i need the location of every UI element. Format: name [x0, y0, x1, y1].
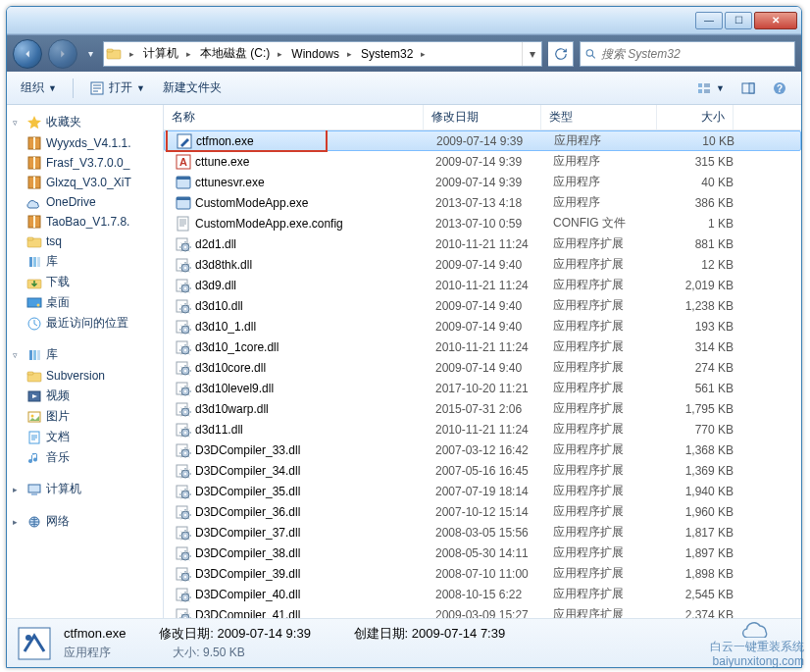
file-row[interactable]: d3d8thk.dll 2009-07-14 9:40 应用程序扩展 12 KB — [164, 254, 801, 275]
svg-rect-8 — [749, 83, 754, 93]
window-titlebar: — ☐ ✕ — [7, 7, 801, 34]
view-button[interactable]: ▼ — [690, 78, 731, 99]
nav-item[interactable]: 文档 — [9, 427, 161, 447]
file-list[interactable]: ctfmon.exe 2009-07-14 9:39 应用程序 10 KB ct… — [164, 130, 801, 618]
close-button[interactable]: ✕ — [754, 12, 797, 29]
nav-group-header[interactable]: ▿收藏夹 — [9, 111, 161, 133]
file-row[interactable]: D3DCompiler_40.dll 2008-10-15 6:22 应用程序扩… — [164, 584, 801, 604]
open-icon — [89, 80, 105, 96]
search-box[interactable] — [580, 41, 795, 67]
breadcrumb-system32[interactable]: System32 — [356, 42, 417, 66]
file-row[interactable]: D3DCompiler_35.dll 2007-07-19 18:14 应用程序… — [164, 481, 801, 501]
nav-item[interactable]: 音乐 — [9, 447, 161, 468]
nav-group-header[interactable]: ▿库 — [9, 343, 161, 366]
address-bar: ▾ ▸ 计算机 ▸ 本地磁盘 (C:) ▸ Windows ▸ System32… — [7, 34, 801, 72]
nav-item[interactable]: 下载 — [9, 272, 161, 292]
svg-point-12 — [25, 635, 31, 641]
nav-item[interactable]: TaoBao_V1.7.8. — [9, 212, 161, 232]
file-row[interactable]: cttunesvr.exe 2009-07-14 9:39 应用程序 40 KB — [164, 172, 801, 192]
file-row[interactable]: ctfmon.exe 2009-07-14 9:39 应用程序 10 KB — [164, 130, 801, 151]
svg-line-3 — [592, 55, 595, 58]
file-row[interactable]: cttune.exe 2009-07-14 9:39 应用程序 315 KB — [164, 151, 801, 172]
col-type[interactable]: 类型 — [541, 105, 657, 129]
file-row[interactable]: d3d10core.dll 2009-07-14 9:40 应用程序扩展 274… — [164, 357, 801, 378]
col-size[interactable]: 大小 — [657, 105, 734, 129]
organize-button[interactable]: 组织 ▼ — [15, 77, 63, 99]
navhistory-dropdown[interactable]: ▾ — [83, 48, 97, 59]
details-pane: ctfmon.exe 修改日期: 2009-07-14 9:39 创建日期: 2… — [7, 618, 801, 667]
nav-item[interactable]: 最近访问的位置 — [9, 313, 161, 334]
file-row[interactable]: D3DCompiler_33.dll 2007-03-12 16:42 应用程序… — [164, 439, 801, 460]
file-row[interactable]: d3d10warp.dll 2015-07-31 2:06 应用程序扩展 1,7… — [164, 398, 801, 419]
details-filename: ctfmon.exe — [64, 626, 127, 641]
breadcrumb[interactable]: ▸ 计算机 ▸ 本地磁盘 (C:) ▸ Windows ▸ System32 ▸… — [103, 41, 542, 67]
file-row[interactable]: D3DCompiler_39.dll 2008-07-10 11:00 应用程序… — [164, 563, 801, 584]
svg-rect-1 — [107, 49, 113, 52]
file-row[interactable]: d3d11.dll 2010-11-21 11:24 应用程序扩展 770 KB — [164, 419, 801, 439]
nav-item[interactable]: 桌面 — [9, 292, 161, 313]
help-button[interactable]: ? — [766, 78, 793, 99]
breadcrumb-computer[interactable]: 计算机 — [138, 42, 182, 66]
file-row[interactable]: D3DCompiler_38.dll 2008-05-30 14:11 应用程序… — [164, 543, 801, 563]
nav-item[interactable]: 视频 — [9, 386, 161, 406]
col-name[interactable]: 名称 — [164, 105, 424, 129]
nav-item[interactable]: OneDrive — [9, 192, 161, 212]
nav-pane: ▿收藏夹Wyyxds_V4.1.1.Frasf_V3.7.0.0_Glxzq_V… — [7, 105, 164, 618]
file-row[interactable]: D3DCompiler_36.dll 2007-10-12 15:14 应用程序… — [164, 501, 801, 522]
chevron-right-icon: ▸ — [126, 49, 138, 59]
nav-item[interactable]: 库 — [9, 251, 161, 272]
file-row[interactable]: D3DCompiler_34.dll 2007-05-16 16:45 应用程序… — [164, 460, 801, 481]
new-folder-button[interactable]: 新建文件夹 — [157, 77, 228, 99]
column-headers: 名称 修改日期 类型 大小 — [164, 105, 801, 130]
nav-item[interactable]: tsq — [9, 232, 161, 251]
nav-item[interactable]: Subversion — [9, 366, 161, 386]
file-row[interactable]: D3DCompiler_41.dll 2009-03-09 15:27 应用程序… — [164, 604, 801, 618]
breadcrumb-drive[interactable]: 本地磁盘 (C:) — [195, 42, 274, 66]
file-row[interactable]: d3d10.dll 2009-07-14 9:40 应用程序扩展 1,238 K… — [164, 295, 801, 316]
search-input[interactable] — [601, 47, 790, 61]
maximize-button[interactable]: ☐ — [725, 12, 752, 29]
svg-point-2 — [586, 49, 592, 55]
file-row[interactable]: CustomModeApp.exe.config 2013-07-10 0:59… — [164, 213, 801, 233]
nav-item[interactable]: Frasf_V3.7.0.0_ — [9, 153, 161, 173]
minimize-button[interactable]: — — [695, 12, 723, 29]
file-row[interactable]: d2d1.dll 2010-11-21 11:24 应用程序扩展 881 KB — [164, 233, 801, 254]
nav-group-header[interactable]: ▸计算机 — [9, 478, 161, 500]
details-filetype: 应用程序 — [64, 646, 111, 659]
file-row[interactable]: d3d10level9.dll 2017-10-20 11:21 应用程序扩展 … — [164, 378, 801, 398]
file-row[interactable]: d3d9.dll 2010-11-21 11:24 应用程序扩展 2,019 K… — [164, 275, 801, 295]
breadcrumb-windows[interactable]: Windows — [286, 42, 343, 66]
nav-item[interactable]: Glxzq_V3.0_XiT — [9, 173, 161, 192]
nav-item[interactable]: 图片 — [9, 406, 161, 427]
svg-rect-5 — [698, 83, 702, 87]
file-row[interactable]: CustomModeApp.exe 2013-07-13 4:18 应用程序 3… — [164, 192, 801, 213]
file-row[interactable]: d3d10_1.dll 2009-07-14 9:40 应用程序扩展 193 K… — [164, 316, 801, 336]
details-thumb-icon — [15, 624, 54, 663]
file-pane: 名称 修改日期 类型 大小 ctfmon.exe 2009-07-14 9:39… — [164, 105, 801, 618]
svg-rect-11 — [19, 628, 50, 659]
watermark: 白云一键重装系统 baiyunxitong.com — [710, 614, 804, 668]
back-button[interactable] — [13, 39, 42, 69]
col-date[interactable]: 修改日期 — [424, 105, 541, 129]
folder-icon — [106, 46, 122, 62]
refresh-button[interactable] — [548, 41, 574, 67]
nav-group-header[interactable]: ▸网络 — [9, 510, 161, 533]
open-button[interactable]: 打开 ▼ — [83, 77, 151, 99]
breadcrumb-dropdown[interactable]: ▾ — [522, 42, 541, 66]
preview-pane-button[interactable] — [734, 78, 762, 99]
nav-item[interactable]: Wyyxds_V4.1.1. — [9, 133, 161, 153]
file-row[interactable]: D3DCompiler_37.dll 2008-03-05 15:56 应用程序… — [164, 522, 801, 543]
svg-rect-6 — [698, 89, 702, 93]
search-icon — [584, 47, 597, 61]
file-row[interactable]: d3d10_1core.dll 2010-11-21 11:24 应用程序扩展 … — [164, 336, 801, 357]
toolbar: 组织 ▼ 打开 ▼ 新建文件夹 ▼ ? — [7, 72, 801, 105]
svg-text:?: ? — [777, 83, 783, 94]
forward-button[interactable] — [48, 39, 77, 69]
